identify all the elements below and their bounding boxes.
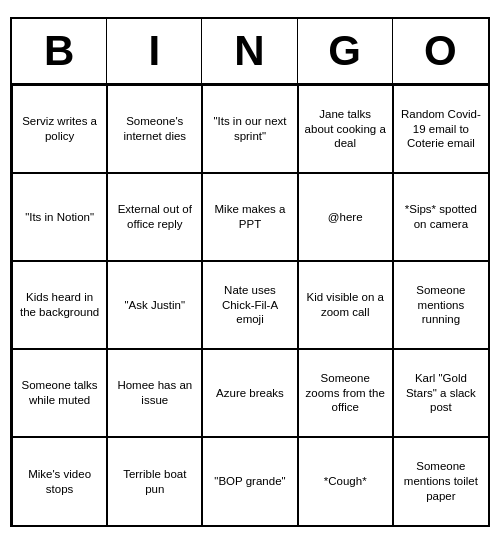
bingo-cell-22[interactable]: "BOP grande" (202, 437, 297, 525)
bingo-cell-18[interactable]: Someone zooms from the office (298, 349, 393, 437)
bingo-cell-14[interactable]: Someone mentions running (393, 261, 488, 349)
bingo-cell-21[interactable]: Terrible boat pun (107, 437, 202, 525)
bingo-cell-9[interactable]: *Sips* spotted on camera (393, 173, 488, 261)
bingo-letter-b: B (12, 19, 107, 83)
bingo-grid: Serviz writes a policySomeone's internet… (12, 85, 488, 525)
bingo-cell-1[interactable]: Someone's internet dies (107, 85, 202, 173)
bingo-card: BINGO Serviz writes a policySomeone's in… (10, 17, 490, 527)
bingo-cell-20[interactable]: Mike's video stops (12, 437, 107, 525)
bingo-cell-16[interactable]: Homee has an issue (107, 349, 202, 437)
bingo-letter-o: O (393, 19, 488, 83)
bingo-cell-0[interactable]: Serviz writes a policy (12, 85, 107, 173)
bingo-cell-12[interactable]: Nate uses Chick-Fil-A emoji (202, 261, 297, 349)
bingo-cell-15[interactable]: Someone talks while muted (12, 349, 107, 437)
bingo-cell-23[interactable]: *Cough* (298, 437, 393, 525)
bingo-cell-2[interactable]: "Its in our next sprint" (202, 85, 297, 173)
bingo-cell-13[interactable]: Kid visible on a zoom call (298, 261, 393, 349)
bingo-letter-n: N (202, 19, 297, 83)
bingo-letter-i: I (107, 19, 202, 83)
bingo-cell-24[interactable]: Someone mentions toilet paper (393, 437, 488, 525)
bingo-cell-7[interactable]: Mike makes a PPT (202, 173, 297, 261)
bingo-cell-5[interactable]: "Its in Notion" (12, 173, 107, 261)
bingo-header: BINGO (12, 19, 488, 85)
bingo-cell-19[interactable]: Karl "Gold Stars" a slack post (393, 349, 488, 437)
bingo-cell-3[interactable]: Jane talks about cooking a deal (298, 85, 393, 173)
bingo-letter-g: G (298, 19, 393, 83)
bingo-cell-6[interactable]: External out of office reply (107, 173, 202, 261)
bingo-cell-17[interactable]: Azure breaks (202, 349, 297, 437)
bingo-cell-4[interactable]: Random Covid-19 email to Coterie email (393, 85, 488, 173)
bingo-cell-10[interactable]: Kids heard in the background (12, 261, 107, 349)
bingo-cell-8[interactable]: @here (298, 173, 393, 261)
bingo-cell-11[interactable]: "Ask Justin" (107, 261, 202, 349)
